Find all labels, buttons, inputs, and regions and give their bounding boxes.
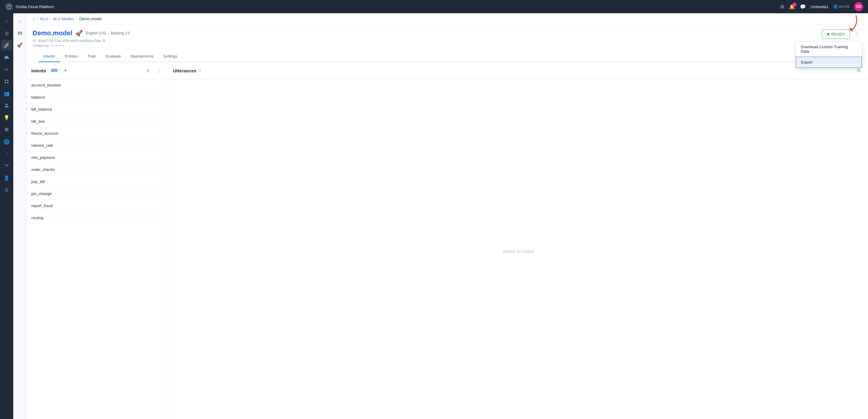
sidebar-item-gear2[interactable]: ⚙ xyxy=(1,184,12,195)
breadcrumb-home-icon[interactable]: ⌂ xyxy=(33,16,35,21)
avatar[interactable]: OD xyxy=(854,2,863,11)
created-by-label: Created by: xyxy=(33,44,50,47)
sec-sidebar-rocket[interactable]: 🚀 xyxy=(14,40,25,51)
intent-item-freeze-account[interactable]: freeze_account xyxy=(27,127,168,140)
breadcrumb-sep2: › xyxy=(50,17,51,21)
breadcrumb-current: Demo.model xyxy=(79,17,101,21)
notifications-btn[interactable]: 🔔 1 xyxy=(789,4,795,10)
intents-panel: Intents 355 + ⋮ account_blocked balance … xyxy=(27,62,168,419)
utterances-header: Utterances 0 xyxy=(168,62,868,79)
intent-item-order-checks[interactable]: order_checks xyxy=(27,164,168,176)
nav-right: ⚙ 🔔 1 💬 Umbrella1 🌐 en-US OD xyxy=(780,2,863,11)
sidebar-item-nlu[interactable]: 🚀 xyxy=(1,40,12,51)
tab-evaluate[interactable]: Evaluate xyxy=(101,51,126,62)
model-tag-sep: | xyxy=(108,31,109,35)
page-header: Demo.model 🚀 English (US) | Banking 2.0 … xyxy=(27,24,868,62)
content-area: Intents 355 + ⋮ account_blocked balance … xyxy=(27,62,868,419)
tab-entities[interactable]: Entities xyxy=(60,51,83,62)
dropdown-download[interactable]: Download Custom Training Data xyxy=(796,41,862,57)
breadcrumb: ⌂ › NLU › NLU Models › Demo.model xyxy=(27,13,868,24)
search-intents-button[interactable] xyxy=(144,66,152,75)
select-intent-message: Select an Intent xyxy=(168,79,868,419)
red-arrow xyxy=(842,14,861,36)
model-id-row: ID: b3e47703-71ac-45f4-a8a0-cbd62b1e23de… xyxy=(33,38,130,43)
svg-point-7 xyxy=(8,164,9,165)
created-by-value: •••••••• xyxy=(51,44,65,47)
intents-header-right: ⋮ xyxy=(144,66,163,75)
user-section: Umbrella1 xyxy=(811,4,829,9)
sidebar-item-modules[interactable]: ⊞ xyxy=(1,28,12,38)
svg-point-6 xyxy=(4,164,5,165)
sidebar-item-cloud[interactable] xyxy=(1,52,12,63)
top-navigation: Omilia Cloud Platform ⚙ 🔔 1 💬 Umbrella1 … xyxy=(0,0,868,13)
settings-icon-btn[interactable]: ⚙ xyxy=(780,4,784,10)
model-title: Demo.model xyxy=(33,29,72,37)
intents-header: Intents 355 + ⋮ xyxy=(27,62,168,79)
model-title-row: Demo.model 🚀 English (US) | Banking 2.0 xyxy=(33,29,130,37)
model-rocket-icon: 🚀 xyxy=(75,30,83,37)
intent-item-bill-due[interactable]: bill_due xyxy=(27,115,168,127)
utterances-title: Utterances xyxy=(173,68,196,73)
lang-selector[interactable]: 🌐 en-US xyxy=(833,4,849,9)
main-content: ⌂ › NLU › NLU Models › Demo.model Demo.m… xyxy=(27,13,868,419)
model-id-label: ID: xyxy=(33,39,37,42)
sec-sidebar-nlu[interactable] xyxy=(14,28,25,38)
model-lang: English (US) xyxy=(86,31,106,35)
model-id-value: b3e47703-71ac-45f4-a8a0-cbd62b1e23de xyxy=(38,39,101,42)
tab-deployments[interactable]: Deployments xyxy=(126,51,158,62)
sidebar-item-settings[interactable] xyxy=(1,124,12,135)
copy-id-icon[interactable]: ⧉ xyxy=(102,38,105,43)
intent-list: account_blocked balance bill_balance bil… xyxy=(27,79,168,419)
svg-rect-4 xyxy=(7,82,8,83)
logo-icon xyxy=(5,2,13,11)
breadcrumb-sep3: › xyxy=(76,17,78,21)
add-intent-button[interactable]: + xyxy=(62,67,69,74)
dropdown-export[interactable]: Export xyxy=(796,57,862,68)
intent-item-bill-balance[interactable]: bill_balance xyxy=(27,103,168,115)
sidebar-item-nlu2[interactable] xyxy=(1,76,12,87)
sidebar-item-edit[interactable]: ✏ xyxy=(1,64,12,75)
intent-item-interest-rate[interactable]: interest_rate xyxy=(27,140,168,152)
notif-badge: 1 xyxy=(792,2,797,7)
intents-count: 355 xyxy=(49,68,59,73)
app-logo: Omilia Cloud Platform xyxy=(5,2,54,11)
page-header-top: Demo.model 🚀 English (US) | Banking 2.0 … xyxy=(33,29,862,47)
intents-title: Intents xyxy=(31,68,46,73)
model-tags: English (US) | Banking 2.0 xyxy=(86,31,130,35)
svg-rect-2 xyxy=(7,80,8,81)
sidebar-item-people[interactable]: 👥 xyxy=(1,88,12,99)
username: Umbrella1 xyxy=(811,4,829,9)
messages-btn[interactable]: 💬 xyxy=(800,4,806,10)
tab-intents[interactable]: Intents xyxy=(38,51,60,62)
secondary-sidebar: ⌂ 🚀 xyxy=(13,13,27,419)
tab-train[interactable]: Train xyxy=(83,51,101,62)
intent-item-pin-change[interactable]: pin_change xyxy=(27,188,168,200)
sidebar-item-home[interactable]: ⌂ xyxy=(1,16,12,27)
sidebar-item-user2[interactable]: 👤 xyxy=(1,173,12,183)
model-version: Banking 2.0 xyxy=(111,31,130,35)
sidebar-item-globe[interactable]: 🌐 xyxy=(1,136,12,147)
sidebar-item-person[interactable] xyxy=(1,100,12,111)
intent-item-account-blocked[interactable]: account_blocked xyxy=(27,79,168,91)
sec-sidebar-home[interactable]: ⌂ xyxy=(14,16,25,27)
breadcrumb-nlu-models[interactable]: NLU Models xyxy=(53,17,74,21)
breadcrumb-sep1: › xyxy=(37,17,38,21)
created-by-row: Created by: •••••••• xyxy=(33,44,130,47)
breadcrumb-nlu[interactable]: NLU xyxy=(40,17,48,21)
sidebar-item-light[interactable]: 💡 xyxy=(1,112,12,123)
intent-item-routing[interactable]: routing xyxy=(27,212,168,224)
tab-settings[interactable]: Settings xyxy=(158,51,182,62)
svg-line-9 xyxy=(7,164,8,166)
intent-item-balance[interactable]: balance xyxy=(27,91,168,103)
utterances-panel: Utterances 0 Select an Intent xyxy=(168,62,868,419)
intent-item-min-payment[interactable]: min_payment xyxy=(27,152,168,164)
sidebar-item-upload[interactable]: ↑ xyxy=(1,148,12,159)
utterances-count: 0 xyxy=(199,68,201,73)
intent-item-pay-bill[interactable]: pay_bill xyxy=(27,176,168,188)
header-actions: READY ⋮ Download Custom Training Data Ex… xyxy=(822,29,862,39)
model-info: Demo.model 🚀 English (US) | Banking 2.0 … xyxy=(33,29,130,47)
lang-label: en-US xyxy=(839,4,849,9)
sidebar-item-connections[interactable] xyxy=(1,160,12,171)
intent-item-report-fraud[interactable]: report_fraud xyxy=(27,200,168,212)
more-intents-button[interactable]: ⋮ xyxy=(155,66,163,75)
